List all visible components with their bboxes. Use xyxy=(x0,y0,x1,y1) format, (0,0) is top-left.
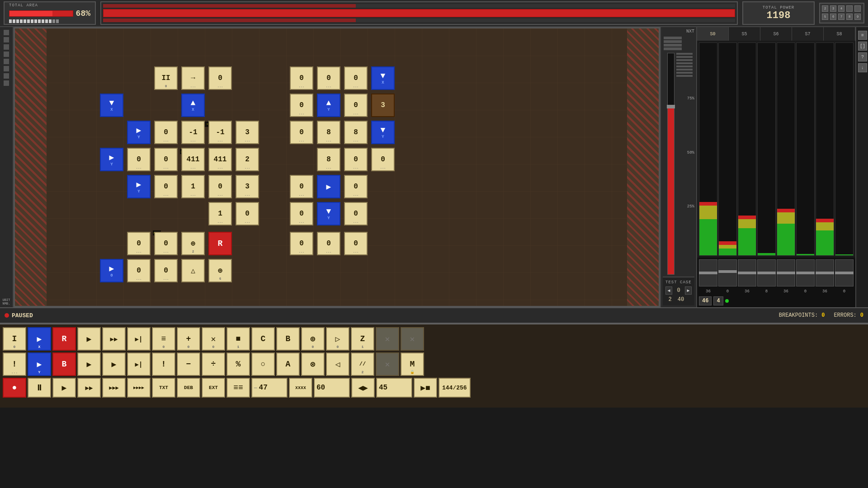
fader-6[interactable] xyxy=(796,259,815,286)
transport-ext[interactable]: EXT xyxy=(202,378,225,398)
cell-0-r8c2[interactable]: 0 ... xyxy=(127,259,151,282)
cell-blue-down-r1[interactable]: ▼ X xyxy=(371,66,395,90)
cell-0-r4c2[interactable]: 0 ... xyxy=(127,148,151,171)
cell-0-r3c2[interactable]: 0 ... xyxy=(154,121,178,144)
tool-fwdstep2[interactable]: ▶| xyxy=(127,352,151,376)
tool-circle-x[interactable]: ⊗ xyxy=(301,352,325,376)
cell-0-r5c2[interactable]: 0 ... xyxy=(154,175,178,198)
cell-0-r6c8[interactable]: 0 ... xyxy=(344,202,368,225)
cell-0-r4c3[interactable]: 0 ... xyxy=(154,148,178,171)
fader-4[interactable] xyxy=(757,259,776,286)
cell-neg1-r3[interactable]: -1 ... xyxy=(181,121,205,144)
transport-ff[interactable]: ▶▶ xyxy=(77,378,101,398)
cell-play-r4[interactable]: ▶ Y xyxy=(100,148,123,171)
cell-blue-down-r6[interactable]: ▼ Y xyxy=(317,202,340,225)
cell-2-r4[interactable]: 2 ... xyxy=(236,148,259,171)
cell-play-r5c7[interactable]: ▶ xyxy=(317,175,340,198)
ch-tab-s0[interactable]: S0 xyxy=(697,27,729,41)
tool-play2[interactable]: ▶ xyxy=(77,352,101,376)
cell-play-r5[interactable]: ▶ Y xyxy=(127,175,151,198)
tool-x1[interactable]: ✕ 0 xyxy=(202,327,225,351)
cell-0-r5c8[interactable]: 0 ... xyxy=(344,175,368,198)
cell-play-r8[interactable]: ▶ 0 xyxy=(100,259,123,282)
cell-1-r5[interactable]: 1 ... xyxy=(181,175,205,198)
transport-play-stop[interactable]: ▶■ xyxy=(414,378,437,398)
tool-pct[interactable]: % xyxy=(226,352,250,376)
cell-0-r7c2[interactable]: 0 ... xyxy=(154,232,178,255)
cell-0-r1c3[interactable]: 0 ... xyxy=(208,66,232,90)
cell-triangle-r8[interactable]: △ xyxy=(181,259,205,282)
panel-icon-menu[interactable]: ≡ xyxy=(858,31,867,40)
cell-1-r6c4[interactable]: 1 ... xyxy=(208,202,232,225)
tool-excl2[interactable]: ! xyxy=(152,352,175,376)
cell-brown-r2[interactable]: 3 xyxy=(371,94,395,117)
fader-3[interactable] xyxy=(738,259,756,286)
tool-ff1[interactable]: ▶▶ xyxy=(102,327,126,351)
ch-tab-s5[interactable]: S5 xyxy=(729,27,760,41)
tool-excl[interactable]: ! ... xyxy=(3,352,26,376)
cell-0-r6c6[interactable]: 0 ... xyxy=(290,202,313,225)
slider-thumb[interactable] xyxy=(667,105,675,108)
cell-blue-down-r2[interactable]: ▼ X xyxy=(100,94,123,117)
cell-play-r3[interactable]: ▶ Y xyxy=(127,121,151,144)
cell-R-r7[interactable]: R xyxy=(208,232,232,255)
tool-circle[interactable]: ○ xyxy=(251,352,275,376)
cell-0-r1c7[interactable]: 0 ... xyxy=(317,66,340,90)
fader-2[interactable] xyxy=(718,259,737,286)
cell-circle6-r8[interactable]: ⊕ 6 xyxy=(208,259,232,282)
transport-ffff[interactable]: ▶▶▶▶ xyxy=(127,378,151,398)
cell-neg1b-r3[interactable]: -1 ... xyxy=(208,121,232,144)
cell-0-r5c6[interactable]: 0 ... xyxy=(290,175,313,198)
tool-minus[interactable]: − xyxy=(177,352,200,376)
cell-0-r7c8[interactable]: 0 ... xyxy=(344,232,368,255)
cell-8-r3c7[interactable]: 8 ... xyxy=(317,121,340,144)
numpad-2[interactable]: 2 xyxy=(822,5,828,12)
numpad-9[interactable]: 9 xyxy=(854,14,861,20)
tc-next-btn[interactable]: ▶ xyxy=(685,286,692,295)
cell-411-r4[interactable]: 411 ... xyxy=(181,148,205,171)
cell-blue-up-r1l[interactable]: ▲ X xyxy=(181,94,205,117)
numpad-6[interactable]: 6 xyxy=(830,14,836,20)
fader-1[interactable] xyxy=(699,259,717,286)
tool-plus[interactable]: + 0 xyxy=(177,327,200,351)
cell-blue-up-r2[interactable]: ▲ Y xyxy=(317,94,340,117)
cell-3-r3[interactable]: 3 ... xyxy=(236,121,259,144)
ch-tab-s6[interactable]: S6 xyxy=(760,27,792,41)
cell-0-r4c9[interactable]: 0 ... xyxy=(371,148,395,171)
cell-8-r4c7[interactable]: 8 ... xyxy=(317,148,340,171)
cell-411b-r4[interactable]: 411 ... xyxy=(208,148,232,171)
tool-i[interactable]: I 0 xyxy=(3,327,26,351)
grid-area[interactable]: II 0 → ... 0 ... 0 ... 0 ... 0 ... ▼ X xyxy=(14,27,660,307)
tool-fwdstep1[interactable]: ▶| xyxy=(127,327,151,351)
tool-slash[interactable]: // 2 xyxy=(351,352,374,376)
fader-5[interactable] xyxy=(777,259,795,286)
transport-fff[interactable]: ▶▶▶ xyxy=(102,378,126,398)
tool-R[interactable]: R xyxy=(52,327,76,351)
numpad-8[interactable]: 8 xyxy=(846,14,853,20)
tool-A[interactable]: A xyxy=(276,352,300,376)
transport-xxxx[interactable]: xxxx xyxy=(289,378,312,398)
cell-blue-down2-r3[interactable]: ▼ Y xyxy=(371,121,395,144)
numpad-3[interactable]: 3 xyxy=(830,5,836,12)
cell-3-r5[interactable]: 3 ... xyxy=(236,175,259,198)
numpad-5[interactable]: 5 xyxy=(822,14,828,20)
tool-circle-plus1[interactable]: ⊕ 0 xyxy=(301,327,325,351)
cell-0-r6c5[interactable]: 0 ... xyxy=(236,202,259,225)
tool-div[interactable]: ÷ xyxy=(202,352,225,376)
transport-play[interactable]: ▶ xyxy=(52,378,76,398)
ch-tab-s7[interactable]: S7 xyxy=(792,27,824,41)
cell-0-r3c6[interactable]: 0 ... xyxy=(290,121,313,144)
cell-ii[interactable]: II 0 xyxy=(154,66,178,90)
tool-B-red[interactable]: B xyxy=(52,352,76,376)
tool-lines1[interactable]: ≡ 0 xyxy=(152,327,175,351)
cell-arrow-r1[interactable]: → ... xyxy=(181,66,205,90)
fader-7[interactable] xyxy=(816,259,834,286)
cell-0-r7c6[interactable]: 0 ... xyxy=(290,232,313,255)
tool-Z[interactable]: Z 1 xyxy=(351,327,374,351)
tool-tri-left[interactable]: ◁ xyxy=(326,352,349,376)
cell-0-r5c4[interactable]: 0 ... xyxy=(208,175,232,198)
tool-square[interactable]: ■ 1 xyxy=(226,327,250,351)
transport-lines2[interactable]: ≡≡ xyxy=(226,378,250,398)
cell-0-r7c1[interactable]: 0 ... xyxy=(127,232,151,255)
cell-0-r8c3[interactable]: 0 ... xyxy=(154,259,178,282)
